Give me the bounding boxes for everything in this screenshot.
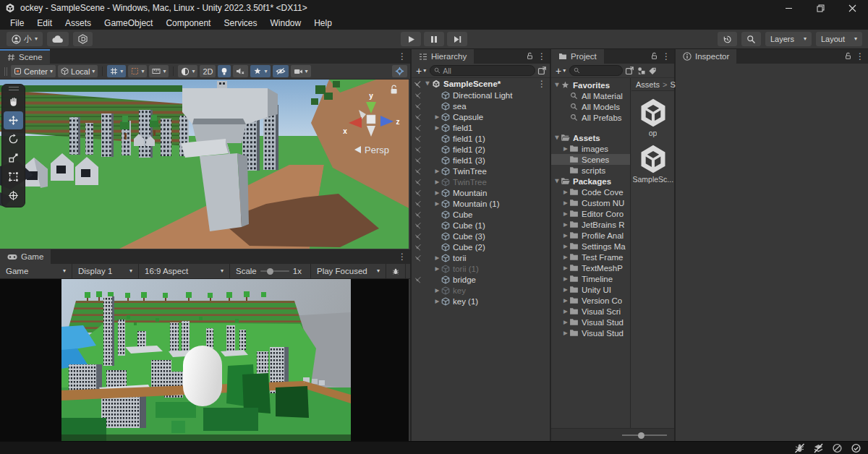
expand-arrow-icon[interactable]: ▶: [433, 255, 441, 261]
project-tree-item[interactable]: ▶ Favorites: [551, 80, 630, 90]
undo-history-button[interactable]: [718, 32, 737, 46]
project-tree-item[interactable]: ▶ Profile Anal: [551, 230, 630, 241]
account-button[interactable]: 小 ▾: [7, 32, 43, 46]
pick-toggle-icon[interactable]: [412, 276, 424, 283]
expand-arrow-icon[interactable]: ▶: [562, 320, 569, 325]
expand-arrow-icon[interactable]: ▶: [562, 298, 569, 304]
project-tree-item[interactable]: ▶ Settings Ma: [551, 241, 630, 252]
menu-item[interactable]: GameObject: [98, 18, 159, 28]
expand-arrow-icon[interactable]: ▶: [554, 134, 560, 142]
expand-arrow-icon[interactable]: ▶: [554, 178, 560, 185]
pick-toggle-icon[interactable]: [412, 179, 424, 186]
hierarchy-item[interactable]: ▶ Capsule: [412, 111, 550, 122]
project-tree-item[interactable]: ▶ Test Frame: [551, 252, 630, 262]
asset-item[interactable]: op: [631, 97, 674, 137]
scene-lighting-button[interactable]: [218, 65, 231, 77]
expand-arrow-icon[interactable]: ▶: [562, 200, 569, 206]
transform-tool-button[interactable]: [4, 187, 23, 205]
grid-snap-button[interactable]: ▾: [149, 65, 169, 77]
hierarchy-item[interactable]: ▶ Cube (2): [412, 241, 550, 252]
inspector-lock-icon[interactable]: [844, 52, 852, 60]
2d-view-button[interactable]: 2D: [200, 65, 216, 77]
game-menu-kebab-icon[interactable]: ⋮: [398, 252, 407, 262]
hierarchy-item[interactable]: ▶ torii (1): [412, 263, 550, 274]
pick-toggle-icon[interactable]: [412, 200, 424, 207]
project-tree-item[interactable]: ▶ TextMeshP: [551, 262, 630, 273]
create-asset-button[interactable]: +▾: [554, 65, 567, 77]
hierarchy-item[interactable]: ▶ Cube: [412, 209, 550, 220]
asset-item[interactable]: SampleSc...: [631, 143, 674, 184]
expand-arrow-icon[interactable]: ▶: [562, 309, 569, 314]
expand-arrow-icon[interactable]: ▶: [562, 189, 569, 195]
expand-arrow-icon[interactable]: ▶: [562, 211, 569, 217]
tab-project[interactable]: Project: [551, 49, 604, 64]
hierarchy-item[interactable]: ▶ field1 (1): [412, 133, 550, 144]
asset-zoom-knob[interactable]: [638, 432, 644, 439]
project-tree-item[interactable]: ▶ Packages: [551, 176, 630, 187]
project-tree-item[interactable]: ▶ Visual Stud: [551, 327, 630, 338]
grid-visibility-button[interactable]: ▾: [107, 65, 126, 77]
expand-arrow-icon[interactable]: ▶: [562, 265, 569, 271]
project-lock-icon[interactable]: [650, 52, 658, 60]
breadcrumb-root[interactable]: Assets: [636, 80, 660, 89]
menu-item[interactable]: File: [4, 18, 30, 28]
scene-viewport[interactable]: y x z Persp: [0, 80, 409, 249]
project-menu-kebab-icon[interactable]: ⋮: [662, 51, 671, 61]
play-button[interactable]: [401, 32, 421, 46]
pick-toggle-icon[interactable]: [412, 168, 424, 175]
expand-arrow-icon[interactable]: ▶: [433, 299, 441, 304]
restore-button[interactable]: [804, 0, 836, 16]
pick-toggle-icon[interactable]: [412, 113, 424, 121]
pick-toggle-icon[interactable]: [412, 189, 424, 197]
draw-mode-dropdown[interactable]: ▾: [178, 65, 197, 77]
menu-item[interactable]: Component: [159, 18, 217, 28]
expand-arrow-icon[interactable]: ▶: [433, 201, 441, 207]
hierarchy-search-input[interactable]: All: [430, 65, 535, 76]
project-tree-item[interactable]: ▶ Assets: [551, 132, 630, 143]
project-tree-item[interactable]: ▶ Visual Scri: [551, 306, 630, 317]
expand-arrow-icon[interactable]: ▶: [433, 114, 441, 120]
expand-arrow-icon[interactable]: ▶: [562, 330, 569, 336]
expand-arrow-icon[interactable]: ▶: [433, 179, 441, 185]
pick-toggle-icon[interactable]: [412, 233, 424, 240]
snap-increment-button[interactable]: ▾: [128, 65, 147, 77]
project-tree-item[interactable]: ▶ scripts: [551, 165, 630, 176]
hand-tool-button[interactable]: [4, 93, 23, 111]
tab-hierarchy[interactable]: Hierarchy: [412, 49, 474, 64]
tab-scene[interactable]: Scene: [0, 49, 50, 64]
debugger-status-icon[interactable]: [794, 443, 805, 453]
display-dropdown[interactable]: Display 1 ▾: [72, 264, 139, 278]
expand-arrow-icon[interactable]: ▶: [554, 82, 560, 89]
expand-arrow-icon[interactable]: ▶: [433, 168, 441, 174]
pick-toggle-icon[interactable]: [412, 124, 424, 132]
game-viewport[interactable]: [0, 279, 409, 441]
expand-arrow-icon[interactable]: ▶: [562, 244, 569, 249]
hierarchy-lock-icon[interactable]: [526, 52, 534, 60]
orientation-dropdown[interactable]: Local ▾: [58, 65, 98, 77]
project-tree-item[interactable]: ▶ All Prefabs: [551, 112, 630, 123]
step-button[interactable]: [447, 32, 467, 46]
minimize-button[interactable]: [773, 0, 804, 16]
project-tree-item[interactable]: ▶ Timeline: [551, 273, 630, 284]
expand-arrow-icon[interactable]: ▶: [562, 146, 569, 152]
close-button[interactable]: [836, 0, 868, 16]
label-tag-icon[interactable]: [648, 67, 657, 75]
hierarchy-item[interactable]: ▶ TwinTree: [412, 166, 550, 176]
effects-dropdown[interactable]: ▾: [250, 65, 270, 77]
scene-row-kebab-icon[interactable]: ⋮: [537, 79, 546, 89]
camera-settings-dropdown[interactable]: ▾: [291, 65, 311, 77]
overlay-drag-handle[interactable]: [9, 87, 19, 90]
menu-item[interactable]: Services: [217, 18, 263, 28]
scale-tool-button[interactable]: [4, 149, 23, 167]
hidden-packages-icon[interactable]: [637, 66, 646, 75]
project-tree-item[interactable]: ▶ Unity UI: [551, 284, 630, 295]
hierarchy-item[interactable]: ▶ torii: [412, 252, 550, 263]
progress-status-icon[interactable]: [851, 443, 861, 453]
expand-arrow-icon[interactable]: ▶: [433, 125, 441, 131]
play-focused-dropdown[interactable]: Play Focused ▾: [311, 264, 386, 278]
pick-toggle-icon[interactable]: [412, 92, 424, 99]
expand-arrow-icon[interactable]: ▶: [433, 190, 441, 196]
pick-toggle-icon[interactable]: [412, 103, 424, 110]
cache-server-status-icon[interactable]: [832, 443, 843, 453]
expand-arrow-icon[interactable]: ▶: [562, 287, 569, 293]
